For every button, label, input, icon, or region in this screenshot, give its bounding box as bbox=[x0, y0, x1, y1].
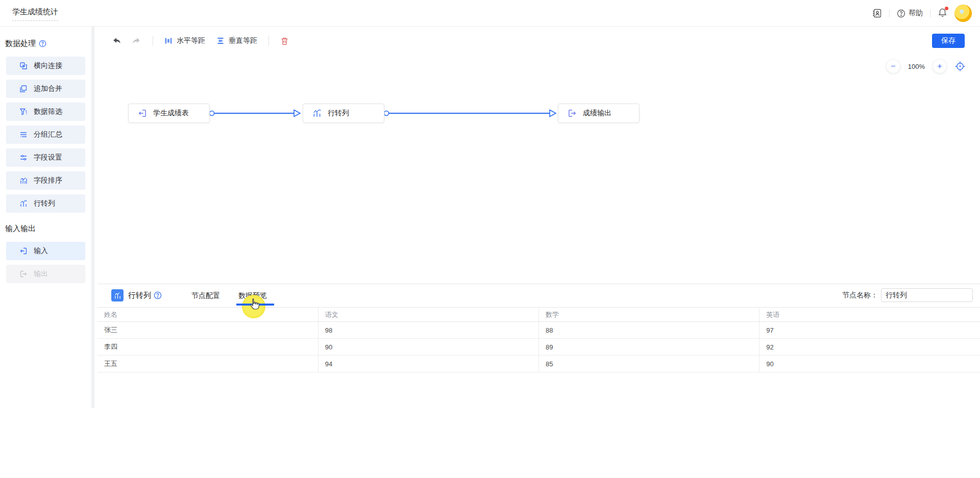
sidebar-item-field-sort[interactable]: 字段排序 bbox=[6, 171, 85, 190]
section-title: 数据处理 bbox=[5, 39, 36, 48]
node-detail-panel: 行转列 节点配置 数据预览 节点名称： bbox=[97, 284, 980, 408]
panel-node-type-label: 行转列 bbox=[128, 291, 151, 300]
flow-canvas[interactable]: 水平等距 垂直等距 保存 − 100% + bbox=[97, 27, 980, 284]
save-button[interactable]: 保存 bbox=[932, 34, 965, 48]
sidebar: 数据处理 横向连接 bbox=[0, 27, 94, 408]
vertical-distribute-icon bbox=[216, 37, 225, 45]
sidebar-item-input[interactable]: 输入 bbox=[6, 242, 85, 260]
node-name-input[interactable] bbox=[881, 288, 973, 302]
document-title[interactable]: 学生成绩统计 bbox=[12, 7, 58, 21]
header-divider bbox=[889, 9, 890, 17]
sidebar-item-filter[interactable]: 数据筛选 bbox=[6, 103, 85, 121]
sidebar-item-label: 字段排序 bbox=[34, 176, 62, 185]
sidebar-item-output: 输出 bbox=[6, 265, 85, 283]
table-cell: 88 bbox=[539, 322, 760, 339]
row-to-column-icon bbox=[111, 289, 124, 301]
horizontal-distribute-button[interactable]: 水平等距 bbox=[164, 36, 205, 45]
flow-node-label: 行转列 bbox=[328, 109, 349, 118]
delete-trash-icon[interactable] bbox=[280, 37, 289, 45]
sidebar-item-union[interactable]: 追加合并 bbox=[6, 80, 85, 98]
group-summary-icon bbox=[19, 131, 28, 139]
canvas-toolbar: 水平等距 垂直等距 bbox=[97, 27, 980, 55]
input-node-icon bbox=[138, 109, 147, 118]
flow-node-row-to-column[interactable]: 行转列 bbox=[303, 104, 384, 123]
undo-icon[interactable] bbox=[112, 36, 121, 45]
union-icon bbox=[19, 85, 28, 93]
help-label: 帮助 bbox=[909, 9, 923, 18]
flow-node-label: 学生成绩表 bbox=[153, 109, 189, 118]
node-name-label: 节点名称： bbox=[842, 291, 878, 300]
flow-node-label: 成绩输出 bbox=[583, 109, 611, 118]
table-row: 王五 94 85 90 bbox=[97, 356, 980, 372]
field-settings-icon bbox=[19, 154, 28, 162]
table-cell: 89 bbox=[539, 339, 760, 356]
flow-node-score-output[interactable]: 成绩输出 bbox=[558, 104, 640, 123]
zoom-out-button[interactable]: − bbox=[887, 60, 900, 73]
sidebar-section-data-processing: 数据处理 bbox=[5, 39, 85, 48]
sidebar-item-label: 分组汇总 bbox=[34, 130, 62, 139]
sidebar-item-label: 行转列 bbox=[34, 199, 55, 208]
node-name-field: 节点名称： bbox=[842, 288, 973, 302]
filter-icon bbox=[19, 108, 28, 116]
row-to-column-icon bbox=[312, 109, 322, 118]
zoom-in-button[interactable]: + bbox=[933, 60, 946, 73]
table-cell: 王五 bbox=[97, 356, 318, 372]
table-cell: 李四 bbox=[97, 339, 318, 356]
fit-view-icon[interactable] bbox=[954, 61, 966, 72]
row-to-column-icon bbox=[19, 199, 28, 208]
input-icon bbox=[19, 247, 28, 255]
column-header: 英语 bbox=[760, 308, 980, 322]
question-circle-icon[interactable] bbox=[39, 40, 46, 47]
sidebar-item-field-settings[interactable]: 字段设置 bbox=[6, 148, 85, 167]
flow-node-student-scores[interactable]: 学生成绩表 bbox=[128, 104, 210, 123]
zoom-controls: − 100% + bbox=[887, 60, 966, 73]
top-header: 学生成绩统计 帮助 bbox=[0, 0, 980, 27]
data-preview-table: 姓名 语文 数学 英语 张三 98 88 97 李四 90 89 92 bbox=[97, 307, 980, 372]
table-row: 李四 90 89 92 bbox=[97, 339, 980, 356]
sidebar-item-label: 横向连接 bbox=[34, 61, 62, 70]
notification-bell-icon[interactable] bbox=[938, 8, 947, 19]
toolbar-divider bbox=[268, 36, 269, 46]
table-header-row: 姓名 语文 数学 英语 bbox=[97, 308, 980, 322]
table-cell: 90 bbox=[760, 356, 980, 372]
tab-node-config[interactable]: 节点配置 bbox=[191, 291, 220, 300]
header-actions: 帮助 bbox=[872, 0, 972, 27]
cursor-pointer-icon bbox=[249, 297, 261, 314]
sidebar-item-row-to-column[interactable]: 行转列 bbox=[6, 194, 85, 213]
sidebar-item-label: 字段设置 bbox=[34, 153, 62, 162]
sidebar-item-label: 输出 bbox=[34, 269, 48, 279]
table-cell: 98 bbox=[318, 322, 538, 339]
output-icon bbox=[19, 270, 28, 278]
redo-icon[interactable] bbox=[132, 36, 141, 45]
section-title: 输入输出 bbox=[5, 224, 36, 234]
flow-edges bbox=[97, 27, 980, 284]
column-header: 数学 bbox=[539, 308, 760, 322]
app-root: 学生成绩统计 帮助 bbox=[0, 0, 980, 478]
output-node-icon bbox=[568, 109, 577, 118]
table-cell: 97 bbox=[760, 322, 980, 339]
table-cell: 94 bbox=[318, 356, 538, 372]
table-cell: 90 bbox=[318, 339, 538, 356]
user-avatar[interactable] bbox=[954, 5, 972, 22]
table-cell: 92 bbox=[760, 339, 980, 356]
contacts-icon[interactable] bbox=[872, 8, 882, 18]
question-circle-icon[interactable] bbox=[154, 291, 162, 299]
vertical-distribute-label: 垂直等距 bbox=[229, 36, 257, 45]
sidebar-item-label: 数据筛选 bbox=[34, 107, 62, 116]
vertical-distribute-button[interactable]: 垂直等距 bbox=[216, 36, 257, 45]
help-button[interactable]: 帮助 bbox=[897, 9, 923, 18]
header-divider bbox=[930, 9, 930, 17]
column-header: 姓名 bbox=[97, 308, 318, 322]
table-row: 张三 98 88 97 bbox=[97, 322, 980, 339]
join-icon bbox=[19, 62, 28, 70]
sidebar-item-group-summary[interactable]: 分组汇总 bbox=[6, 125, 85, 144]
sidebar-item-join[interactable]: 横向连接 bbox=[6, 57, 85, 75]
toolbar-divider bbox=[153, 36, 153, 46]
sidebar-item-label: 追加合并 bbox=[34, 84, 62, 93]
zoom-level: 100% bbox=[908, 63, 925, 70]
notification-badge bbox=[945, 7, 948, 10]
horizontal-distribute-icon bbox=[164, 37, 173, 45]
sidebar-section-input-output: 输入输出 bbox=[5, 224, 85, 234]
column-header: 语文 bbox=[318, 308, 538, 322]
panel-header: 行转列 节点配置 数据预览 节点名称： bbox=[97, 284, 980, 307]
